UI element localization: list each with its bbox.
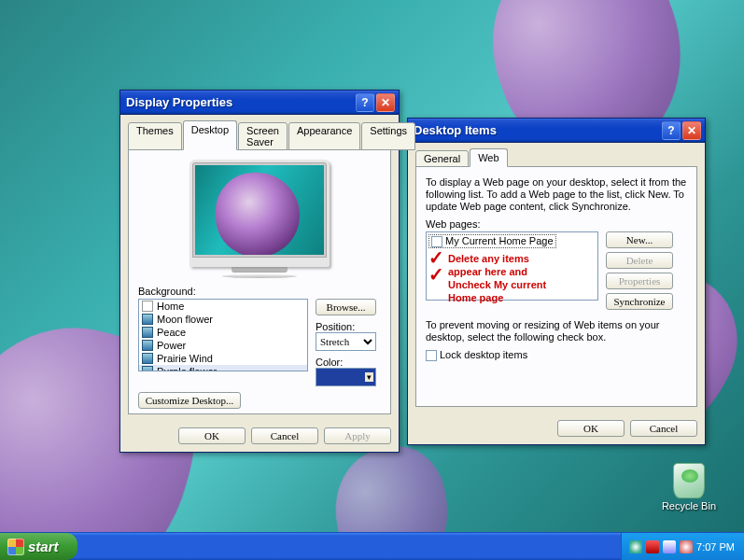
cancel-button[interactable]: Cancel xyxy=(630,420,697,437)
list-item[interactable]: Purple flower xyxy=(157,366,217,371)
bmp-icon xyxy=(142,340,153,351)
clock[interactable]: 7:07 PM xyxy=(696,541,735,553)
list-item[interactable]: Moon flower xyxy=(157,314,213,325)
taskbar: start 7:07 PM xyxy=(0,532,744,560)
color-label: Color: xyxy=(316,357,381,368)
list-item[interactable]: Home xyxy=(157,301,184,312)
webpage-checkbox[interactable] xyxy=(431,236,442,247)
synchronize-button[interactable]: Synchronize xyxy=(606,293,673,310)
position-label: Position: xyxy=(316,321,381,332)
annotation-text: appear here and xyxy=(448,265,546,278)
browse-button[interactable]: Browse... xyxy=(316,299,376,315)
color-select[interactable] xyxy=(316,368,376,386)
annotation-text: Home page xyxy=(448,291,546,304)
bmp-icon xyxy=(142,314,153,325)
start-button[interactable]: start xyxy=(0,533,77,560)
window-title: Desktop Items xyxy=(414,123,660,137)
list-item[interactable]: Prairie Wind xyxy=(157,353,213,364)
recycle-bin-label: Recycle Bin xyxy=(662,500,716,511)
tab-screensaver[interactable]: Screen Saver xyxy=(238,122,288,150)
tab-themes[interactable]: Themes xyxy=(128,122,182,150)
list-item[interactable]: Peace xyxy=(157,327,186,338)
window-title: Display Properties xyxy=(126,95,354,109)
titlebar[interactable]: Display Properties ? ✕ xyxy=(120,91,399,115)
tab-appearance[interactable]: Appearance xyxy=(288,122,360,150)
webpages-label: Web pages: xyxy=(426,218,687,230)
tab-web[interactable]: Web xyxy=(470,148,507,167)
tray-icon[interactable] xyxy=(629,540,642,553)
tab-desktop[interactable]: Desktop xyxy=(183,120,237,150)
preview-monitor xyxy=(138,160,381,278)
background-list[interactable]: Home Moon flower Peace Power Prairie Win… xyxy=(138,299,308,371)
close-button[interactable]: ✕ xyxy=(682,121,701,140)
lock-checkbox[interactable] xyxy=(426,350,437,361)
annotation-mark-icon: ✓ xyxy=(428,252,444,263)
lock-intro: To prevent moving or resizing of Web ite… xyxy=(426,319,687,343)
ok-button[interactable]: OK xyxy=(178,427,246,444)
webpages-list[interactable]: My Current Home Page ✓ ✓ Delete any item… xyxy=(426,231,598,301)
system-tray[interactable]: 7:07 PM xyxy=(621,533,744,560)
tray-icon[interactable] xyxy=(680,540,693,553)
annotation-text: Uncheck My current xyxy=(448,278,546,291)
webpage-item[interactable]: My Current Home Page xyxy=(445,235,554,246)
bmp-icon xyxy=(142,366,153,371)
windows-logo-icon xyxy=(7,539,24,555)
background-label: Background: xyxy=(138,286,381,297)
bmp-icon xyxy=(142,327,153,338)
customize-desktop-button[interactable]: Customize Desktop... xyxy=(138,392,241,409)
position-select[interactable]: Stretch xyxy=(316,332,376,351)
delete-button[interactable]: Delete xyxy=(606,252,673,269)
intro-text: To display a Web page on your desktop, s… xyxy=(426,176,687,213)
ok-button[interactable]: OK xyxy=(557,420,625,437)
properties-button[interactable]: Properties xyxy=(606,273,673,289)
bmp-icon xyxy=(142,353,153,364)
desktop-items-window: Desktop Items ? ✕ General Web To display… xyxy=(407,118,706,445)
close-button[interactable]: ✕ xyxy=(376,93,395,112)
titlebar[interactable]: Desktop Items ? ✕ xyxy=(408,119,705,143)
tab-general[interactable]: General xyxy=(415,150,469,167)
start-label: start xyxy=(28,539,59,554)
help-button[interactable]: ? xyxy=(356,93,374,112)
cancel-button[interactable]: Cancel xyxy=(251,427,318,444)
bmp-icon xyxy=(142,301,153,312)
tray-icon[interactable] xyxy=(663,540,676,553)
display-properties-window: Display Properties ? ✕ Themes Desktop Sc… xyxy=(119,90,400,453)
tab-settings[interactable]: Settings xyxy=(361,122,415,150)
tray-icon[interactable] xyxy=(646,540,659,553)
apply-button[interactable]: Apply xyxy=(324,427,391,444)
lock-label: Lock desktop items xyxy=(440,349,527,360)
list-item[interactable]: Power xyxy=(157,340,186,351)
annotation-mark-icon: ✓ xyxy=(428,269,444,280)
tabs: Themes Desktop Screen Saver Appearance S… xyxy=(128,120,391,150)
annotation-text: Delete any items xyxy=(448,252,546,265)
help-button[interactable]: ? xyxy=(662,121,681,140)
new-button[interactable]: New... xyxy=(606,231,673,248)
recycle-bin-icon[interactable]: Recycle Bin xyxy=(662,463,716,511)
